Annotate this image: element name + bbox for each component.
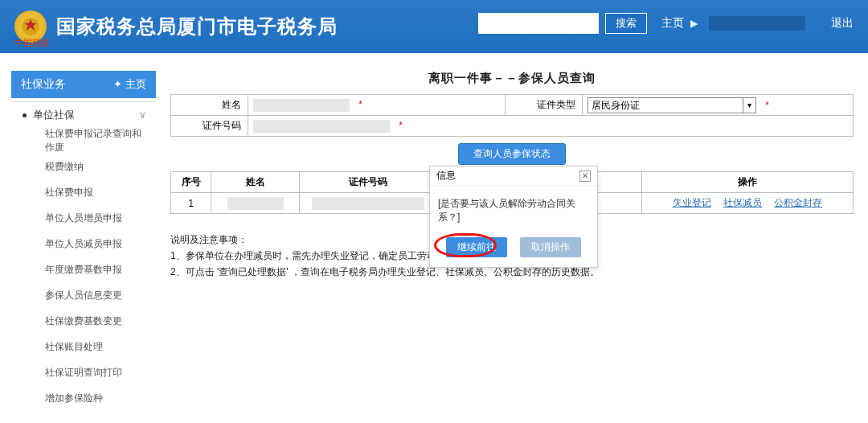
id-no-input[interactable] bbox=[253, 120, 390, 133]
sidebar: 社保业务 ✦ 主页 单位社保 ∨ 社保费申报记录查询和作废 税费缴纳 社保费申报… bbox=[11, 71, 156, 411]
col-idno: 证件号码 bbox=[300, 172, 436, 193]
name-label: 姓名 bbox=[171, 95, 248, 116]
sidebar-item-10[interactable]: 增加参保险种 bbox=[11, 385, 156, 411]
required-mark: * bbox=[765, 100, 769, 111]
sidebar-item-9[interactable]: 社保证明查询打印 bbox=[11, 359, 156, 385]
cell-seq: 1 bbox=[171, 193, 211, 214]
col-ops: 操作 bbox=[642, 172, 854, 193]
op-fund-seal[interactable]: 公积金封存 bbox=[774, 197, 822, 208]
dialog-body: [是否要与该人员解除劳动合同关系？] bbox=[430, 186, 597, 232]
sidebar-item-8[interactable]: 社保账目处理 bbox=[11, 334, 156, 359]
cell-name bbox=[211, 193, 300, 214]
id-no-cell: * bbox=[248, 116, 854, 137]
confirm-dialog: 信息 ✕ [是否要与该人员解除劳动合同关系？] 继续前往 取消操作 bbox=[429, 166, 598, 268]
name-input[interactable] bbox=[253, 99, 350, 112]
op-unemployment-register[interactable]: 失业登记 bbox=[673, 197, 711, 208]
sidebar-item-5[interactable]: 年度缴费基数申报 bbox=[11, 257, 156, 282]
col-name: 姓名 bbox=[211, 172, 300, 193]
global-search-button[interactable]: 搜索 bbox=[605, 13, 647, 34]
home-link[interactable]: 主页 bbox=[661, 16, 684, 31]
chevron-down-icon: ∨ bbox=[139, 109, 146, 121]
name-cell: * bbox=[248, 95, 506, 116]
id-type-label: 证件类型 bbox=[506, 95, 583, 116]
sidebar-item-2[interactable]: 社保费申报 bbox=[11, 179, 156, 205]
dialog-title: 信息 bbox=[436, 169, 456, 183]
required-mark: * bbox=[358, 99, 362, 110]
sidebar-item-1[interactable]: 税费缴纳 bbox=[11, 154, 156, 179]
sidebar-group-danwei[interactable]: 单位社保 ∨ bbox=[11, 102, 156, 128]
sidebar-item-4[interactable]: 单位人员减员申报 bbox=[11, 231, 156, 257]
sidebar-item-0[interactable]: 社保费申报记录查询和作废 bbox=[11, 128, 156, 154]
sidebar-item-7[interactable]: 社保缴费基数变更 bbox=[11, 308, 156, 334]
required-mark: * bbox=[399, 120, 403, 131]
dialog-header: 信息 ✕ bbox=[430, 166, 597, 186]
select-arrow-icon: ▾ bbox=[743, 98, 755, 113]
page-title: 离职一件事－－参保人员查询 bbox=[170, 71, 854, 86]
id-type-value: 居民身份证 bbox=[592, 100, 640, 111]
home-arrow-icon: ▶ bbox=[690, 18, 698, 29]
logout-link[interactable]: 退出 bbox=[831, 16, 854, 31]
header-right: 搜索 主页 ▶ 退出 bbox=[478, 13, 854, 34]
id-no-label: 证件号码 bbox=[171, 116, 248, 137]
app-header: 中国税务 国家税务总局厦门市电子税务局 搜索 主页 ▶ 退出 bbox=[0, 0, 868, 53]
op-social-reduce[interactable]: 社保减员 bbox=[723, 197, 762, 208]
app-logo-script: 中国税务 bbox=[14, 37, 50, 49]
sidebar-item-6[interactable]: 参保人员信息变更 bbox=[11, 282, 156, 308]
sidebar-group-label: 单位社保 bbox=[33, 108, 75, 122]
query-form: 姓名 * 证件类型 居民身份证 ▾ * 证件号码 * bbox=[170, 94, 854, 137]
dialog-footer: 继续前往 取消操作 bbox=[430, 232, 597, 267]
cell-ops: 失业登记 社保减员 公积金封存 bbox=[642, 193, 854, 214]
id-type-select[interactable]: 居民身份证 ▾ bbox=[588, 97, 756, 113]
query-status-button[interactable]: 查询人员参保状态 bbox=[458, 143, 566, 165]
sidebar-item-3[interactable]: 单位人员增员申报 bbox=[11, 205, 156, 231]
continue-button[interactable]: 继续前往 bbox=[446, 237, 507, 257]
cell-idno bbox=[300, 193, 436, 214]
sidebar-header[interactable]: 社保业务 ✦ 主页 bbox=[11, 71, 156, 98]
close-icon[interactable]: ✕ bbox=[579, 170, 591, 182]
global-search-input[interactable] bbox=[478, 13, 599, 34]
current-user-badge[interactable] bbox=[709, 16, 805, 31]
col-seq: 序号 bbox=[171, 172, 211, 193]
cancel-button[interactable]: 取消操作 bbox=[520, 237, 581, 257]
sidebar-header-label: 社保业务 bbox=[21, 77, 66, 92]
sidebar-home-link[interactable]: ✦ 主页 bbox=[113, 77, 146, 92]
id-type-cell: 居民身份证 ▾ * bbox=[583, 95, 854, 116]
app-title: 国家税务总局厦门市电子税务局 bbox=[56, 14, 338, 39]
